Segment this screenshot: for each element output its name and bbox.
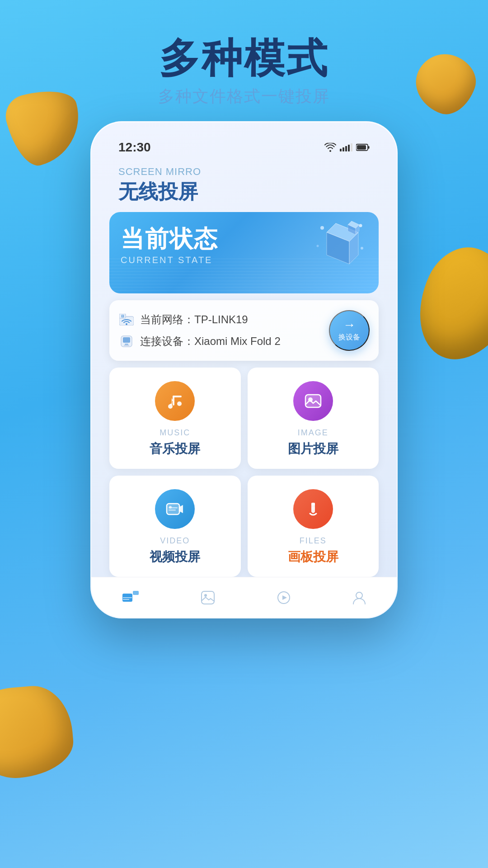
svg-rect-25 bbox=[173, 396, 182, 397]
nav-home-icon bbox=[122, 591, 139, 604]
files-icon-wrap bbox=[293, 489, 333, 529]
network-wifi-icon: ⊟ bbox=[118, 311, 135, 328]
app-header: SCREEN MIRRO 无线投屏 bbox=[105, 161, 383, 212]
switch-device-button[interactable]: → 换设备 bbox=[329, 310, 370, 351]
svg-point-41 bbox=[204, 594, 207, 597]
sub-title: 多种文件格式一键投屏 bbox=[158, 85, 330, 108]
nav-item-profile[interactable] bbox=[344, 587, 375, 608]
signal-icon bbox=[340, 143, 352, 151]
svg-rect-2 bbox=[357, 145, 366, 150]
svg-point-14 bbox=[126, 323, 127, 325]
svg-rect-19 bbox=[125, 344, 128, 345]
video-label-cn: 视频投屏 bbox=[150, 548, 200, 566]
svg-rect-20 bbox=[124, 345, 129, 346]
status-icons bbox=[324, 143, 370, 152]
feature-grid: ♪ MUSIC 音乐投屏 bbox=[109, 368, 379, 577]
svg-point-11 bbox=[317, 245, 319, 247]
svg-point-10 bbox=[361, 247, 363, 250]
feature-card-image[interactable]: IMAGE 图片投屏 bbox=[248, 368, 379, 469]
svg-rect-18 bbox=[123, 337, 130, 343]
svg-point-35 bbox=[311, 506, 315, 510]
image-label-en: IMAGE bbox=[298, 428, 328, 438]
deco-shape-4 bbox=[0, 683, 76, 782]
device-icon bbox=[118, 333, 135, 349]
music-label-cn: 音乐投屏 bbox=[150, 440, 200, 458]
wifi-icon bbox=[324, 143, 336, 152]
network-name: 当前网络：TP-LINK19 bbox=[140, 312, 248, 327]
svg-rect-26 bbox=[305, 395, 321, 407]
svg-rect-40 bbox=[202, 591, 214, 604]
svg-rect-29 bbox=[167, 504, 179, 514]
bottom-nav bbox=[91, 577, 397, 618]
status-bar: 12:30 bbox=[105, 136, 383, 157]
header-section: 多种模式 多种文件格式一键投屏 bbox=[131, 36, 357, 108]
switch-device-label: 换设备 bbox=[338, 333, 360, 342]
svg-rect-34 bbox=[311, 503, 315, 505]
phone-mockup: 12:30 bbox=[90, 121, 398, 618]
svg-point-23 bbox=[177, 401, 182, 406]
video-label-en: VIDEO bbox=[160, 536, 190, 546]
state-card: 当前状态 CURRENT STATE bbox=[109, 212, 379, 293]
nav-media-icon bbox=[201, 591, 215, 604]
svg-rect-39 bbox=[123, 599, 129, 600]
svg-marker-43 bbox=[282, 595, 287, 600]
svg-text:⊟: ⊟ bbox=[121, 314, 124, 318]
state-card-3d-graphic bbox=[300, 217, 372, 284]
page-content: 多种模式 多种文件格式一键投屏 12:30 bbox=[0, 0, 488, 618]
switch-arrow-icon: → bbox=[343, 319, 356, 331]
nav-profile-icon bbox=[353, 591, 366, 604]
svg-point-22 bbox=[168, 404, 173, 409]
video-icon-wrap bbox=[155, 489, 195, 529]
svg-rect-1 bbox=[368, 146, 370, 149]
network-info: ⊟ 当前网络：TP-LINK19 连接设备：Xiaomi M bbox=[118, 311, 329, 349]
music-icon-wrap: ♪ bbox=[155, 381, 195, 421]
svg-rect-33 bbox=[169, 509, 176, 511]
device-row: 连接设备：Xiaomi Mix Fold 2 bbox=[118, 333, 329, 349]
svg-point-9 bbox=[320, 226, 324, 230]
svg-rect-38 bbox=[123, 597, 132, 598]
network-row: ⊟ 当前网络：TP-LINK19 bbox=[118, 311, 329, 328]
svg-rect-37 bbox=[133, 591, 139, 595]
image-icon-wrap bbox=[293, 381, 333, 421]
music-label-en: MUSIC bbox=[160, 428, 190, 438]
status-time: 12:30 bbox=[118, 140, 151, 155]
nav-item-home[interactable] bbox=[113, 587, 148, 608]
device-name: 连接设备：Xiaomi Mix Fold 2 bbox=[140, 334, 281, 349]
battery-icon bbox=[356, 143, 370, 151]
files-label-cn: 画板投屏 bbox=[288, 548, 338, 566]
feature-card-files[interactable]: FILES 画板投屏 bbox=[248, 476, 379, 577]
nav-item-media[interactable] bbox=[192, 587, 224, 608]
feature-card-music[interactable]: ♪ MUSIC 音乐投屏 bbox=[109, 368, 241, 469]
nav-item-video[interactable] bbox=[268, 587, 300, 608]
network-card: ⊟ 当前网络：TP-LINK19 连接设备：Xiaomi M bbox=[109, 300, 379, 361]
nav-video-icon bbox=[277, 591, 291, 604]
app-title-cn: 无线投屏 bbox=[118, 179, 370, 205]
app-label-en: SCREEN MIRRO bbox=[118, 166, 370, 178]
svg-point-12 bbox=[359, 224, 362, 227]
image-label-cn: 图片投屏 bbox=[288, 440, 338, 458]
svg-point-44 bbox=[356, 592, 362, 599]
files-label-en: FILES bbox=[300, 536, 327, 546]
main-title: 多种模式 bbox=[158, 36, 330, 81]
svg-rect-32 bbox=[169, 507, 178, 509]
feature-card-video[interactable]: VIDEO 视频投屏 bbox=[109, 476, 241, 577]
